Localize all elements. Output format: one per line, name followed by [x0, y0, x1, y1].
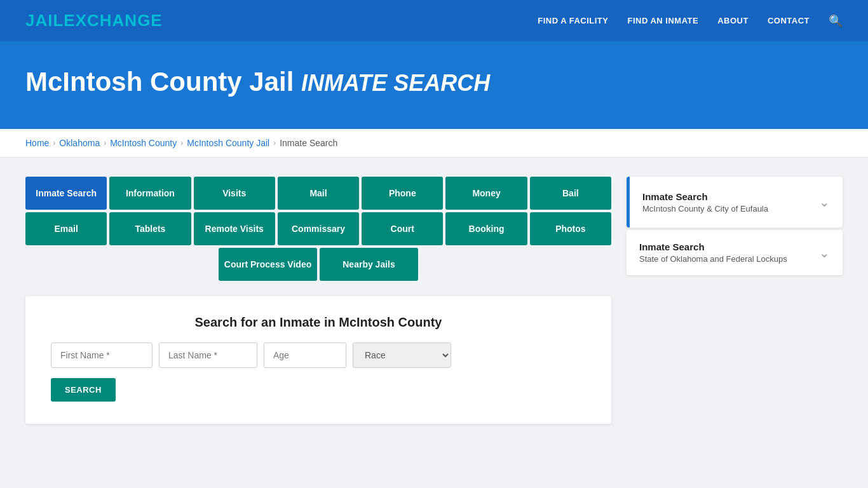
hero-title-italic: INMATE SEARCH: [301, 70, 490, 96]
last-name-input[interactable]: [159, 342, 257, 368]
tab-inmate-search[interactable]: Inmate Search: [25, 177, 107, 210]
hero-section: McIntosh County Jail INMATE SEARCH: [0, 41, 868, 129]
tabs-row-2: Email Tablets Remote Visits Commissary C…: [25, 212, 611, 245]
sidebar-item-sub-2: State of Oklahoma and Federal Lockups: [639, 254, 813, 264]
search-title: Search for an Inmate in McIntosh County: [51, 315, 586, 330]
sidebar-item-left-1: Inmate Search McIntosh County & City of …: [642, 191, 813, 214]
tab-commissary[interactable]: Commissary: [278, 212, 359, 245]
sep1: ›: [53, 139, 55, 147]
tab-court-process-video[interactable]: Court Process Video: [219, 248, 317, 281]
search-card: Search for an Inmate in McIntosh County …: [25, 296, 611, 424]
nav-contact[interactable]: CONTACT: [768, 16, 810, 25]
nav-find-inmate[interactable]: FIND AN INMATE: [627, 16, 698, 25]
breadcrumb: Home › Oklahoma › McIntosh County › McIn…: [25, 138, 843, 148]
sep3: ›: [180, 139, 183, 147]
tab-email[interactable]: Email: [25, 212, 107, 245]
tab-bail[interactable]: Bail: [530, 177, 611, 210]
sidebar-item-title-2: Inmate Search: [639, 241, 813, 252]
sep2: ›: [104, 139, 106, 147]
search-button[interactable]: SEARCH: [51, 378, 116, 402]
tabs-row-1: Inmate Search Information Visits Mail Ph…: [25, 177, 611, 210]
breadcrumb-bar: Home › Oklahoma › McIntosh County › McIn…: [0, 129, 868, 158]
sidebar-item-oklahoma[interactable]: Inmate Search State of Oklahoma and Fede…: [627, 230, 843, 275]
age-input[interactable]: [264, 342, 346, 368]
header: JAILEXCHANGE FIND A FACILITY FIND AN INM…: [0, 0, 868, 41]
nav-about[interactable]: ABOUT: [717, 16, 749, 25]
breadcrumb-oklahoma[interactable]: Oklahoma: [59, 138, 100, 148]
sep4: ›: [273, 139, 276, 147]
search-fields: Race White Black Hispanic Asian Other: [51, 342, 586, 368]
tab-money[interactable]: Money: [445, 177, 527, 210]
logo-jail: JAIL: [25, 11, 64, 30]
breadcrumb-jail[interactable]: McIntosh County Jail: [187, 138, 269, 148]
sidebar-item-title-1: Inmate Search: [642, 191, 813, 202]
tab-nearby-jails[interactable]: Nearby Jails: [320, 248, 418, 281]
tab-mail[interactable]: Mail: [278, 177, 359, 210]
tab-booking[interactable]: Booking: [445, 212, 527, 245]
sidebar-card-2: Inmate Search State of Oklahoma and Fede…: [627, 230, 843, 275]
left-column: Inmate Search Information Visits Mail Ph…: [25, 177, 611, 424]
right-sidebar: Inmate Search McIntosh County & City of …: [627, 177, 843, 424]
sidebar-item-mcintosh[interactable]: Inmate Search McIntosh County & City of …: [630, 177, 843, 227]
hero-title-main: McIntosh County Jail: [25, 67, 294, 97]
tab-tablets[interactable]: Tablets: [109, 212, 191, 245]
tab-photos[interactable]: Photos: [530, 212, 611, 245]
tab-remote-visits[interactable]: Remote Visits: [194, 212, 275, 245]
tabs-row-3: Court Process Video Nearby Jails: [25, 248, 611, 281]
header-search-icon[interactable]: 🔍: [829, 14, 843, 28]
breadcrumb-current: Inmate Search: [280, 138, 337, 148]
nav-find-facility[interactable]: FIND A FACILITY: [538, 16, 608, 25]
sidebar-item-wrapper-1: Inmate Search McIntosh County & City of …: [627, 177, 843, 227]
first-name-input[interactable]: [51, 342, 153, 368]
main-content: Inmate Search Information Visits Mail Ph…: [0, 158, 868, 443]
sidebar-card-1: Inmate Search McIntosh County & City of …: [627, 177, 843, 227]
page-title: McIntosh County Jail INMATE SEARCH: [25, 67, 843, 97]
tab-information[interactable]: Information: [109, 177, 191, 210]
breadcrumb-mcintosh-county[interactable]: McIntosh County: [110, 138, 177, 148]
sidebar-item-sub-1: McIntosh County & City of Eufaula: [642, 204, 813, 214]
tab-phone[interactable]: Phone: [362, 177, 443, 210]
race-select[interactable]: Race White Black Hispanic Asian Other: [353, 342, 451, 368]
logo[interactable]: JAILEXCHANGE: [25, 11, 163, 30]
logo-exchange: EXCHANGE: [64, 11, 162, 30]
tab-court[interactable]: Court: [362, 212, 443, 245]
chevron-down-icon-2: ⌄: [819, 245, 830, 261]
sidebar-item-left-2: Inmate Search State of Oklahoma and Fede…: [639, 241, 813, 264]
breadcrumb-home[interactable]: Home: [25, 138, 49, 148]
chevron-down-icon-1: ⌄: [819, 194, 830, 210]
main-nav: FIND A FACILITY FIND AN INMATE ABOUT CON…: [538, 14, 843, 28]
sidebar-item-wrapper-2: Inmate Search State of Oklahoma and Fede…: [627, 230, 843, 275]
tab-visits[interactable]: Visits: [194, 177, 275, 210]
